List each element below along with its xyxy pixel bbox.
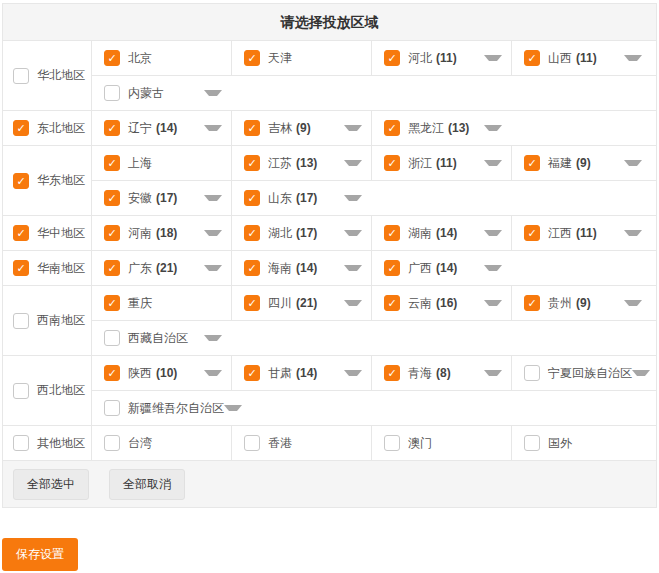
province-option: ✓安徽(17)	[104, 190, 222, 207]
province-checkbox[interactable]	[384, 435, 400, 451]
province-checkbox[interactable]: ✓	[244, 190, 260, 206]
region-provinces: ✓广东(21)✓海南(14)✓广西(14)	[92, 251, 656, 285]
province-checkbox[interactable]	[244, 435, 260, 451]
region-cell: ✓华南地区	[3, 251, 92, 285]
province-option: ✓江西(11)	[524, 225, 642, 242]
province-checkbox[interactable]: ✓	[384, 225, 400, 241]
chevron-down-icon[interactable]	[484, 55, 502, 61]
province-label: 山东	[268, 190, 292, 207]
chevron-down-icon[interactable]	[344, 195, 362, 201]
province-checkbox[interactable]	[104, 330, 120, 346]
chevron-down-icon[interactable]	[344, 125, 362, 131]
chevron-down-icon[interactable]	[624, 300, 642, 306]
province-checkbox[interactable]: ✓	[384, 155, 400, 171]
province-checkbox[interactable]	[524, 435, 540, 451]
province-option: ✓湖北(17)	[244, 225, 362, 242]
chevron-down-icon[interactable]	[484, 370, 502, 376]
region-checkbox[interactable]: ✓	[13, 260, 29, 276]
chevron-down-icon[interactable]	[344, 265, 362, 271]
province-cell: ✓天津	[232, 41, 372, 75]
province-checkbox[interactable]: ✓	[244, 260, 260, 276]
chevron-down-icon[interactable]	[224, 405, 242, 411]
region-label: 东北地区	[37, 120, 85, 137]
province-checkbox[interactable]: ✓	[384, 295, 400, 311]
chevron-down-icon[interactable]	[632, 370, 650, 376]
province-checkbox[interactable]: ✓	[384, 120, 400, 136]
province-checkbox[interactable]: ✓	[104, 50, 120, 66]
chevron-down-icon[interactable]	[204, 230, 222, 236]
province-checkbox[interactable]: ✓	[384, 365, 400, 381]
chevron-down-icon[interactable]	[204, 335, 222, 341]
province-count: (11)	[436, 51, 457, 65]
chevron-down-icon[interactable]	[344, 230, 362, 236]
region-checkbox[interactable]: ✓	[13, 120, 29, 136]
region-checkbox[interactable]	[13, 383, 29, 399]
province-checkbox[interactable]: ✓	[104, 190, 120, 206]
province-checkbox[interactable]	[524, 365, 540, 381]
province-checkbox[interactable]: ✓	[244, 120, 260, 136]
province-checkbox[interactable]: ✓	[524, 225, 540, 241]
province-option: 新疆维吾尔自治区	[104, 400, 242, 417]
chevron-down-icon[interactable]	[204, 90, 222, 96]
chevron-down-icon[interactable]	[624, 55, 642, 61]
province-checkbox[interactable]: ✓	[244, 50, 260, 66]
province-checkbox[interactable]: ✓	[104, 155, 120, 171]
province-label: 河南	[128, 225, 152, 242]
chevron-down-icon[interactable]	[484, 265, 502, 271]
chevron-down-icon[interactable]	[484, 230, 502, 236]
chevron-down-icon[interactable]	[624, 160, 642, 166]
save-settings-button[interactable]: 保存设置	[2, 538, 78, 571]
province-option: 宁夏回族自治区	[524, 365, 650, 382]
province-checkbox[interactable]: ✓	[384, 260, 400, 276]
region-provinces: ✓辽宁(14)✓吉林(9)✓黑龙江(13)	[92, 111, 656, 145]
chevron-down-icon[interactable]	[484, 125, 502, 131]
province-option: ✓北京	[104, 50, 222, 67]
chevron-down-icon[interactable]	[204, 370, 222, 376]
province-label: 台湾	[128, 435, 152, 452]
province-checkbox[interactable]: ✓	[524, 50, 540, 66]
province-checkbox[interactable]: ✓	[524, 295, 540, 311]
province-checkbox[interactable]: ✓	[244, 365, 260, 381]
province-cell: ✓贵州(9)	[512, 286, 656, 320]
chevron-down-icon[interactable]	[344, 160, 362, 166]
province-option: 国外	[524, 435, 642, 452]
province-checkbox[interactable]	[104, 85, 120, 101]
province-checkbox[interactable]: ✓	[104, 120, 120, 136]
deselect-all-button[interactable]: 全部取消	[109, 469, 185, 500]
province-checkbox[interactable]: ✓	[244, 295, 260, 311]
province-checkbox[interactable]: ✓	[104, 225, 120, 241]
region-provinces: 台湾香港澳门国外	[92, 426, 656, 460]
province-option: ✓河南(18)	[104, 225, 222, 242]
province-checkbox[interactable]: ✓	[524, 155, 540, 171]
chevron-down-icon[interactable]	[344, 370, 362, 376]
province-checkbox[interactable]: ✓	[104, 260, 120, 276]
chevron-down-icon[interactable]	[484, 300, 502, 306]
province-option: ✓云南(16)	[384, 295, 502, 312]
chevron-down-icon[interactable]	[624, 230, 642, 236]
select-all-button[interactable]: 全部选中	[13, 469, 89, 500]
province-line: ✓河南(18)✓湖北(17)✓湖南(14)✓江西(11)	[92, 216, 656, 250]
region-checkbox[interactable]: ✓	[13, 173, 29, 189]
province-count: (21)	[156, 261, 177, 275]
chevron-down-icon[interactable]	[204, 265, 222, 271]
chevron-down-icon[interactable]	[204, 195, 222, 201]
province-count: (17)	[296, 226, 317, 240]
province-checkbox[interactable]	[104, 435, 120, 451]
province-checkbox[interactable]: ✓	[244, 225, 260, 241]
province-label: 上海	[128, 155, 152, 172]
province-checkbox[interactable]: ✓	[104, 295, 120, 311]
region-checkbox[interactable]	[13, 68, 29, 84]
region-checkbox[interactable]	[13, 435, 29, 451]
province-checkbox[interactable]: ✓	[244, 155, 260, 171]
province-checkbox[interactable]	[104, 400, 120, 416]
province-option: 澳门	[384, 435, 502, 452]
province-checkbox[interactable]: ✓	[384, 50, 400, 66]
chevron-down-icon[interactable]	[344, 300, 362, 306]
chevron-down-icon[interactable]	[204, 125, 222, 131]
region-checkbox[interactable]	[13, 313, 29, 329]
province-checkbox[interactable]: ✓	[104, 365, 120, 381]
region-checkbox[interactable]: ✓	[13, 225, 29, 241]
region-row: 其他地区台湾香港澳门国外	[3, 426, 656, 461]
chevron-down-icon[interactable]	[484, 160, 502, 166]
province-option: ✓吉林(9)	[244, 120, 362, 137]
